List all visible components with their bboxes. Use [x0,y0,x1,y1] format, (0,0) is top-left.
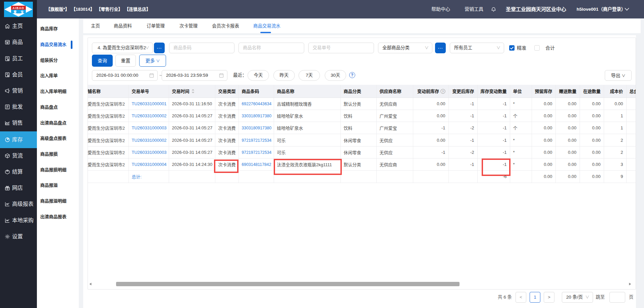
svg-text:?: ? [442,90,443,93]
svg-text:爱: 爱 [13,10,16,14]
svg-text:AIBAO: AIBAO [13,6,24,10]
svg-text:宝: 宝 [20,10,23,14]
